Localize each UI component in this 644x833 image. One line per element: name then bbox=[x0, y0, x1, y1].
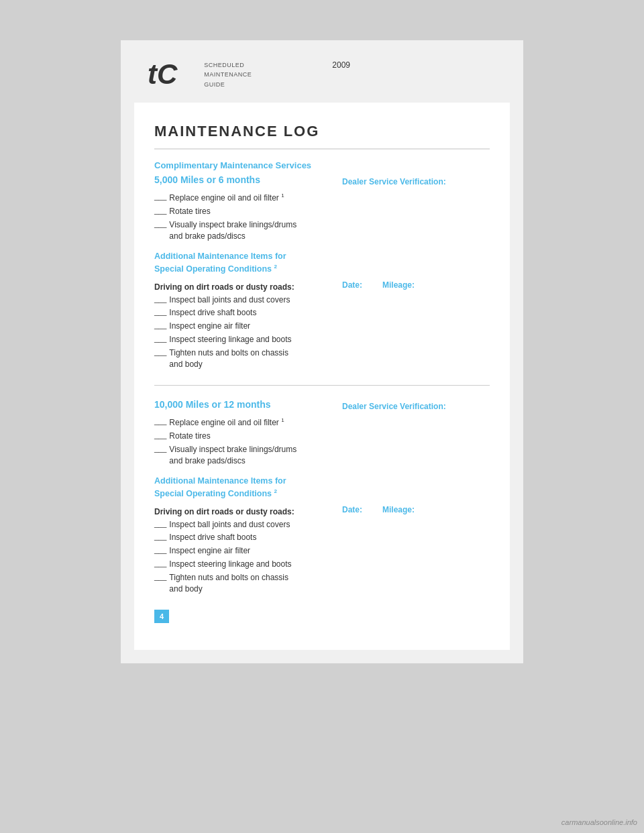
section-10k: 10,000 Miles or 12 months ___ Replace en… bbox=[154, 399, 490, 596]
checklist-item: ___ Inspect steering linkage and boots bbox=[154, 334, 329, 345]
mileage-label-2: Mileage: bbox=[382, 505, 415, 514]
main-content: MAINTENANCE LOG Complimentary Maintenanc… bbox=[134, 103, 510, 650]
checklist-text: Inspect steering linkage and boots bbox=[169, 334, 291, 345]
page: tC SCHEDULEDMAINTENANCEGUIDE 2009 MAINTE… bbox=[121, 40, 523, 663]
dealer-verification-2: Dealer Service Verification: bbox=[342, 402, 490, 411]
blank-line: ___ bbox=[154, 321, 166, 329]
blank-line: ___ bbox=[154, 546, 166, 554]
checklist-item: ___ Inspect ball joints and dust covers bbox=[154, 294, 329, 306]
blank-line: ___ bbox=[154, 207, 166, 215]
checklist-text: Inspect steering linkage and boots bbox=[169, 559, 291, 570]
checklist-text: Rotate tires bbox=[169, 431, 210, 442]
logo: tC bbox=[148, 60, 177, 89]
driving-subheader-2: Driving on dirt roads or dusty roads: bbox=[154, 507, 329, 516]
checklist-item: ___ Replace engine oil and oil filter 1 bbox=[154, 416, 329, 429]
mileage-label-1: Mileage: bbox=[382, 280, 415, 290]
section2-right: Dealer Service Verification: Date: Milea… bbox=[342, 399, 490, 596]
checklist-text: Tighten nuts and bolts on chassisand bod… bbox=[169, 572, 288, 595]
checklist-item: ___ Inspect drive shaft boots bbox=[154, 307, 329, 319]
section-divider bbox=[154, 385, 490, 386]
driving-subheader-1: Driving on dirt roads or dusty roads: bbox=[154, 282, 329, 292]
checklist-item: ___ Inspect ball joints and dust covers bbox=[154, 519, 329, 531]
blank-line: ___ bbox=[154, 192, 166, 201]
checklist-item: ___ Tighten nuts and bolts on chassisand… bbox=[154, 572, 329, 595]
blank-line: ___ bbox=[154, 308, 166, 316]
checklist-text: Inspect drive shaft boots bbox=[169, 532, 256, 543]
page-number: 4 bbox=[154, 610, 169, 623]
checklist-text: Visually inspect brake linings/drumsand … bbox=[169, 444, 297, 467]
blank-line: ___ bbox=[154, 295, 166, 303]
header-right: SCHEDULEDMAINTENANCEGUIDE 2009 bbox=[204, 60, 350, 89]
checklist-text: Rotate tires bbox=[169, 206, 210, 217]
date-mileage-2: Date: Mileage: bbox=[342, 505, 490, 514]
guide-label: SCHEDULEDMAINTENANCEGUIDE bbox=[204, 60, 252, 89]
blank-line: ___ bbox=[154, 445, 166, 453]
checklist-item: ___ Tighten nuts and bolts on chassisand… bbox=[154, 347, 329, 370]
blank-line: ___ bbox=[154, 431, 166, 439]
date-label-2: Date: bbox=[342, 505, 362, 514]
checklist-item: ___ Visually inspect brake linings/drums… bbox=[154, 444, 329, 467]
checklist-text: Tighten nuts and bolts on chassisand bod… bbox=[169, 347, 288, 370]
checklist-text: Replace engine oil and oil filter 1 bbox=[169, 416, 284, 429]
blank-line: ___ bbox=[154, 573, 166, 581]
miles-header-1: 5,000 Miles or 6 months bbox=[154, 174, 329, 185]
checklist-text: Inspect drive shaft boots bbox=[169, 307, 256, 319]
date-label-1: Date: bbox=[342, 280, 362, 290]
checklist-item: ___ Rotate tires bbox=[154, 431, 329, 442]
blank-line: ___ bbox=[154, 220, 166, 228]
dealer-verification-1: Dealer Service Verification: bbox=[342, 177, 490, 186]
checklist-text: Inspect ball joints and dust covers bbox=[169, 519, 290, 531]
checklist-text: Replace engine oil and oil filter 1 bbox=[169, 192, 284, 204]
blank-line: ___ bbox=[154, 533, 166, 541]
section1-two-col: 5,000 Miles or 6 months ___ Replace engi… bbox=[154, 174, 490, 372]
section2-left: 10,000 Miles or 12 months ___ Replace en… bbox=[154, 399, 329, 596]
blank-line: ___ bbox=[154, 559, 166, 567]
checklist-item: ___ Inspect drive shaft boots bbox=[154, 532, 329, 543]
section-complimentary: Complimentary Maintenance Services 5,000… bbox=[154, 160, 490, 372]
date-mileage-1: Date: Mileage: bbox=[342, 280, 490, 290]
additional-header-1: Additional Maintenance Items for Special… bbox=[154, 251, 329, 275]
page-title: MAINTENANCE LOG bbox=[154, 123, 490, 150]
miles-header-2: 10,000 Miles or 12 months bbox=[154, 399, 329, 410]
checklist-item: ___ Inspect engine air filter bbox=[154, 321, 329, 332]
year: 2009 bbox=[332, 60, 350, 89]
checklist-text: Inspect engine air filter bbox=[169, 545, 250, 557]
checklist-text: Inspect engine air filter bbox=[169, 321, 250, 332]
blank-line: ___ bbox=[154, 417, 166, 425]
blank-line: ___ bbox=[154, 348, 166, 356]
section2-two-col: 10,000 Miles or 12 months ___ Replace en… bbox=[154, 399, 490, 596]
checklist-text: Visually inspect brake linings/drumsand … bbox=[169, 219, 297, 242]
header: tC SCHEDULEDMAINTENANCEGUIDE 2009 bbox=[121, 40, 523, 103]
section1-left: 5,000 Miles or 6 months ___ Replace engi… bbox=[154, 174, 329, 372]
checklist-item: ___ Rotate tires bbox=[154, 206, 329, 217]
watermark: carmanualsoonline.info bbox=[561, 818, 637, 826]
section1-right: Dealer Service Verification: Date: Milea… bbox=[342, 174, 490, 372]
additional-header-2: Additional Maintenance Items for Special… bbox=[154, 476, 329, 500]
blank-line: ___ bbox=[154, 335, 166, 343]
checklist-text: Inspect ball joints and dust covers bbox=[169, 294, 290, 306]
complimentary-header: Complimentary Maintenance Services bbox=[154, 160, 490, 170]
checklist-item: ___ Inspect engine air filter bbox=[154, 545, 329, 557]
checklist-item: ___ Visually inspect brake linings/drums… bbox=[154, 219, 329, 242]
checklist-item: ___ Inspect steering linkage and boots bbox=[154, 559, 329, 570]
blank-line: ___ bbox=[154, 520, 166, 528]
checklist-item: ___ Replace engine oil and oil filter 1 bbox=[154, 192, 329, 204]
